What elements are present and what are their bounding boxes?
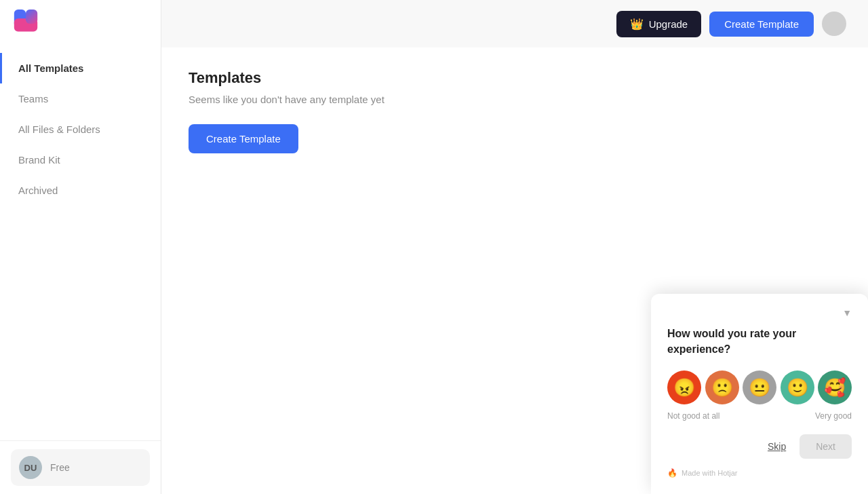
rating-label-right: Very good	[815, 411, 852, 421]
app-logo	[14, 10, 38, 38]
emoji-neutral[interactable]: 😐	[743, 370, 776, 404]
emoji-row: 😠 🙁 😐 🙂 🥰	[667, 370, 852, 404]
emoji-good[interactable]: 🙂	[781, 370, 814, 404]
sidebar-footer: DU Free	[0, 440, 161, 494]
hotjar-credit: 🔥 Made with Hotjar	[667, 468, 852, 478]
logo-area	[0, 0, 161, 48]
rating-question: How would you rate your experience?	[667, 326, 852, 357]
svg-rect-2	[26, 10, 37, 24]
rating-widget: ▼ How would you rate your experience? 😠 …	[651, 294, 868, 494]
sidebar-item-archived[interactable]: Archived	[0, 175, 161, 206]
rating-label-left: Not good at all	[667, 411, 719, 421]
emoji-sad[interactable]: 🙁	[705, 370, 739, 404]
sidebar-item-brand-kit[interactable]: Brand Kit	[0, 145, 161, 175]
upgrade-button[interactable]: 👑 Upgrade	[616, 11, 702, 37]
emoji-angry[interactable]: 😠	[667, 370, 701, 404]
emoji-great[interactable]: 🥰	[818, 370, 852, 404]
rating-actions: Skip Next	[667, 434, 852, 459]
crown-icon: 👑	[630, 18, 644, 31]
sidebar-item-teams[interactable]: Teams	[0, 83, 161, 114]
user-plan: Free	[50, 462, 70, 473]
user-avatar: DU	[19, 456, 42, 479]
hotjar-logo-icon: 🔥	[667, 468, 677, 478]
rating-caret: ▼	[667, 307, 852, 318]
create-template-button-main[interactable]: Create Template	[189, 124, 298, 153]
create-template-button-top[interactable]: Create Template	[709, 12, 814, 37]
page-title: Templates	[189, 69, 841, 87]
rating-labels: Not good at all Very good	[667, 411, 852, 421]
user-card[interactable]: DU Free	[11, 449, 150, 486]
next-button[interactable]: Next	[800, 434, 852, 459]
sidebar-item-all-templates[interactable]: All Templates	[0, 53, 161, 83]
main-area: 👑 Upgrade Create Template Templates Seem…	[161, 0, 868, 494]
sidebar: All Templates Teams All Files & Folders …	[0, 0, 161, 494]
skip-button[interactable]: Skip	[768, 441, 786, 452]
profile-avatar[interactable]	[822, 12, 846, 36]
sidebar-nav: All Templates Teams All Files & Folders …	[0, 48, 161, 440]
sidebar-item-all-files-folders[interactable]: All Files & Folders	[0, 114, 161, 145]
topbar: 👑 Upgrade Create Template	[161, 0, 868, 48]
page-subtitle: Seems like you don't have any template y…	[189, 94, 841, 105]
